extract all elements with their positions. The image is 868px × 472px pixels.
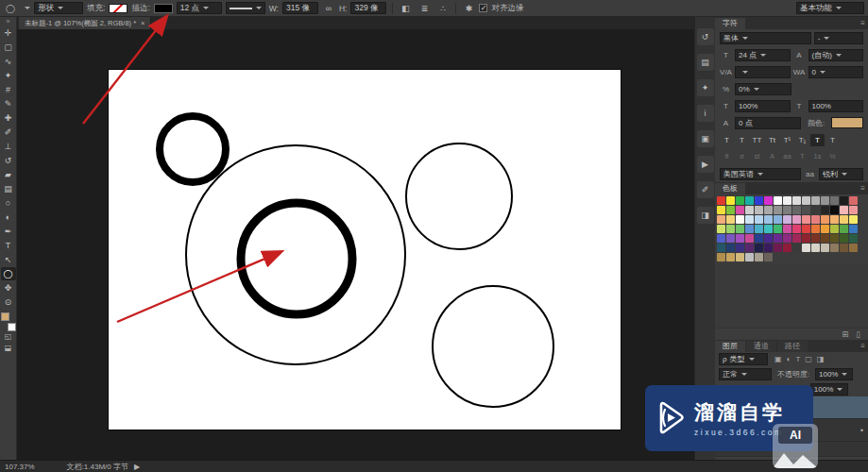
type-tool[interactable]: T <box>1 239 16 252</box>
document-canvas[interactable] <box>109 70 621 430</box>
lasso-tool[interactable]: ∿ <box>1 55 16 68</box>
tsume-select[interactable]: 0% <box>735 83 791 95</box>
tab-swatches[interactable]: 色板 <box>715 183 745 194</box>
color-swatch[interactable] <box>783 196 791 205</box>
color-swatch[interactable] <box>764 244 773 252</box>
color-swatch[interactable] <box>764 206 773 214</box>
quick-mask-icon[interactable]: ◱ <box>1 331 16 343</box>
gradient-tool[interactable]: ▤ <box>1 182 16 195</box>
color-swatch[interactable] <box>783 244 791 252</box>
color-swatch[interactable] <box>755 225 763 233</box>
kerning-select[interactable] <box>735 66 791 78</box>
tab-character[interactable]: 字符 <box>715 18 745 29</box>
tab-路径[interactable]: 路径 <box>777 341 808 352</box>
history-panel-icon[interactable]: ↺ <box>697 28 714 45</box>
properties-panel-icon[interactable]: ▤ <box>697 54 714 71</box>
eraser-tool[interactable]: ▰ <box>1 168 16 181</box>
antialias-select[interactable]: 锐利 <box>819 168 863 180</box>
language-select[interactable]: 美国英语 <box>720 168 801 180</box>
blend-mode-select[interactable]: 正常 <box>719 368 772 380</box>
shape-height-input[interactable]: 329 像 <box>350 2 386 14</box>
screen-mode-icon[interactable]: ⬓ <box>1 343 16 354</box>
color-swatch[interactable] <box>830 215 839 224</box>
color-swatch[interactable] <box>783 215 791 224</box>
color-swatch[interactable] <box>717 215 725 224</box>
history-brush-tool[interactable]: ↺ <box>1 154 16 167</box>
styles-panel-icon[interactable]: ✦ <box>697 79 714 96</box>
status-options-icon[interactable]: ▶ <box>134 463 140 471</box>
panel-menu-icon[interactable]: ≡ <box>860 342 865 350</box>
color-swatch[interactable] <box>783 206 791 214</box>
color-swatch[interactable] <box>840 225 848 233</box>
panel-menu-icon[interactable]: ≡ <box>860 184 865 193</box>
color-swatch[interactable] <box>811 196 820 205</box>
color-swatch[interactable] <box>830 196 839 205</box>
color-swatch[interactable] <box>774 196 782 205</box>
color-swatch[interactable] <box>736 234 744 243</box>
font-size-select[interactable]: 24 点 <box>735 49 791 61</box>
path-selection-tool[interactable]: ↖ <box>1 253 16 266</box>
font-family-select[interactable]: 黑体 <box>720 32 811 44</box>
tab-图层[interactable]: 图层 <box>715 341 745 352</box>
layer-filter-select[interactable]: ρ 类型 <box>719 353 768 365</box>
color-swatch[interactable] <box>811 225 820 233</box>
color-swatch[interactable] <box>802 225 810 233</box>
color-swatch[interactable] <box>717 244 725 252</box>
stroke-color-swatch[interactable] <box>154 4 173 13</box>
all-caps-button[interactable]: TT <box>750 134 764 146</box>
color-swatch[interactable] <box>830 225 839 233</box>
color-swatch[interactable] <box>840 234 848 243</box>
color-swatch[interactable] <box>821 196 829 205</box>
baseline-shift-input[interactable]: 0 点 <box>735 117 801 129</box>
filter-smart-icon[interactable]: ◨ <box>817 355 825 363</box>
color-swatch[interactable] <box>849 244 858 252</box>
color-swatch[interactable] <box>830 234 839 243</box>
color-swatch[interactable] <box>774 244 782 252</box>
background-color-swatch[interactable] <box>8 323 16 331</box>
color-swatch[interactable] <box>745 215 754 224</box>
zoom-level[interactable]: 107.37% <box>5 463 35 471</box>
color-swatch[interactable] <box>811 244 820 252</box>
color-swatch[interactable] <box>802 196 810 205</box>
color-swatch[interactable] <box>726 196 735 205</box>
color-swatch[interactable] <box>774 206 782 214</box>
color-swatch[interactable] <box>792 206 801 214</box>
color-swatch[interactable] <box>802 244 810 252</box>
color-swatch[interactable] <box>849 196 858 205</box>
clone-source-panel-icon[interactable]: ▣ <box>697 130 714 147</box>
color-swatch[interactable] <box>849 234 858 243</box>
color-swatch[interactable] <box>774 215 782 224</box>
color-swatch[interactable] <box>736 196 744 205</box>
color-swatch[interactable] <box>717 234 725 243</box>
color-swatch[interactable] <box>792 196 801 205</box>
color-swatch[interactable] <box>802 206 810 214</box>
color-swatch[interactable] <box>811 234 820 243</box>
color-swatch[interactable] <box>849 225 858 233</box>
color-swatch[interactable] <box>736 215 744 224</box>
pen-tool[interactable]: ✒ <box>1 225 16 238</box>
color-swatch[interactable] <box>849 215 858 224</box>
color-swatch[interactable] <box>802 215 810 224</box>
color-swatch[interactable] <box>726 206 735 214</box>
color-swatch[interactable] <box>745 225 754 233</box>
healing-brush-tool[interactable]: ✚ <box>1 111 16 125</box>
numerator-button[interactable]: 1s <box>810 151 825 162</box>
vertical-scale-input[interactable]: 100% <box>735 100 791 112</box>
color-swatch[interactable] <box>821 215 829 224</box>
brush-tool[interactable]: ✐ <box>1 126 16 139</box>
titling-alt-button[interactable]: A <box>765 151 779 162</box>
color-swatch[interactable] <box>840 215 848 224</box>
marquee-tool[interactable]: ▢ <box>1 41 16 54</box>
color-swatch[interactable] <box>811 206 820 214</box>
brush-panel-icon[interactable]: ✐ <box>697 181 714 198</box>
swash-button[interactable]: σ <box>735 151 749 162</box>
move-tool[interactable]: ✛ <box>1 26 16 40</box>
panel-menu-icon[interactable]: ≡ <box>860 19 865 27</box>
fill-color-swatch[interactable] <box>109 4 128 13</box>
draw-mode-select[interactable]: 形状 <box>34 2 83 14</box>
color-swatch[interactable] <box>736 253 744 261</box>
leading-select[interactable]: (自动) <box>808 49 864 61</box>
color-swatch[interactable] <box>764 225 773 233</box>
filter-type-icon[interactable]: T <box>795 355 800 363</box>
ellipse-tool-preset-icon[interactable]: ◯ <box>4 4 17 13</box>
